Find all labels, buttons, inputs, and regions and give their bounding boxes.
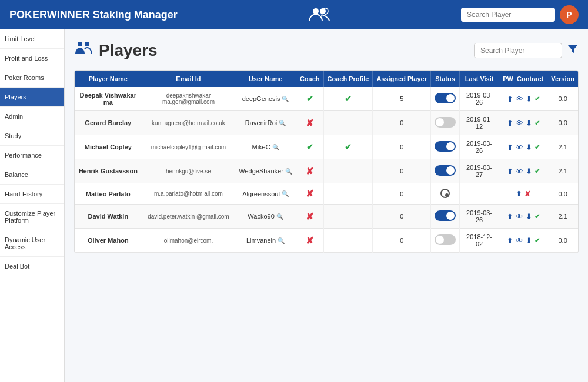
svg-point-0	[313, 8, 319, 14]
coach-cross-icon: ✘	[306, 166, 313, 176]
status-toggle[interactable]	[435, 93, 456, 103]
toggle-knob	[446, 166, 455, 175]
contract-cell: ⬆ 👁 ⬇ ✔	[499, 87, 547, 111]
email-cell: m.a.parlato@hotm ail.com	[142, 183, 235, 205]
username-label: Limvanein	[246, 237, 276, 244]
download-icon[interactable]: ⬇	[526, 167, 532, 176]
status-cell[interactable]	[431, 205, 460, 229]
assigned-cell: 5	[373, 87, 431, 111]
email-cell: kun_aguero@hotm ail.co.uk	[142, 111, 235, 135]
coach-profile-cell	[323, 111, 373, 135]
username-label: MikeC	[252, 143, 270, 150]
upload-icon[interactable]: ⬆	[507, 212, 513, 221]
sidebar-item-deal-bot[interactable]: Deal Bot	[0, 257, 64, 276]
status-toggle[interactable]	[435, 165, 456, 176]
sidebar-item-performance[interactable]: Performance	[0, 146, 64, 165]
version-cell: 2.1	[547, 159, 578, 183]
sidebar-item-poker-rooms[interactable]: Poker Rooms	[0, 68, 64, 88]
coach-profile-cell	[323, 183, 373, 205]
page-header-left: Players	[74, 39, 158, 62]
username-label: Wacko90	[248, 213, 274, 220]
col-assigned: Assigned Player	[373, 71, 431, 87]
status-toggle[interactable]	[435, 117, 456, 128]
table-row: Henrik Gustavssonhenrikgu@live.seWedgeSh…	[75, 159, 578, 183]
upload-icon[interactable]: ⬆	[516, 189, 522, 198]
email-cell: david.peter.watkin @gmail.com	[142, 205, 235, 229]
upload-icon[interactable]: ⬆	[507, 236, 513, 245]
last-visit-cell: 2019-01-12	[460, 111, 499, 135]
username-label: deepGenesis	[242, 95, 280, 102]
player-name-cell: Henrik Gustavsson	[75, 159, 142, 183]
player-name-cell: Oliver Mahon	[75, 229, 142, 253]
page-header-right	[474, 43, 579, 58]
topbar-right: P	[461, 5, 579, 24]
status-toggle[interactable]	[435, 234, 456, 245]
coach-cell: ✘	[296, 159, 323, 183]
status-cell[interactable]	[431, 229, 460, 253]
eye-icon[interactable]: 👁	[516, 212, 523, 221]
players-table: Player Name Email Id User Name Coach Coa…	[75, 71, 578, 253]
search-input-top[interactable]	[461, 8, 555, 22]
table-row: Matteo Parlatom.a.parlato@hotm ail.comAl…	[75, 183, 578, 205]
contract-cross-icon: ✘	[524, 190, 530, 198]
col-player-name: Player Name	[75, 71, 142, 87]
user-avatar[interactable]: P	[560, 5, 579, 24]
download-icon[interactable]: ⬇	[526, 212, 532, 221]
sidebar-item-players[interactable]: Players	[0, 88, 64, 107]
email-cell: michaelcopley1@g mail.com	[142, 135, 235, 159]
sidebar-item-study[interactable]: Study	[0, 126, 64, 146]
version-cell: 0.0	[547, 183, 578, 205]
status-cell[interactable]	[431, 183, 460, 205]
eye-icon[interactable]: 👁	[516, 119, 523, 128]
status-toggle[interactable]	[435, 141, 456, 152]
eye-icon[interactable]: 👁	[516, 167, 523, 176]
username-cell: RavenirRoi🔍	[235, 111, 296, 135]
username-search-icon[interactable]: 🔍	[285, 168, 292, 175]
coach-profile-cell	[323, 229, 373, 253]
col-pw-contract: PW_Contract	[499, 71, 547, 87]
download-icon[interactable]: ⬇	[526, 119, 532, 128]
status-cell[interactable]	[431, 87, 460, 111]
status-pending-icon[interactable]	[440, 189, 450, 198]
sidebar-item-limit-level[interactable]: Limit Level	[0, 29, 64, 49]
version-cell: 2.1	[547, 205, 578, 229]
upload-icon[interactable]: ⬆	[507, 167, 513, 176]
col-status: Status	[431, 71, 460, 87]
sidebar-item-balance[interactable]: Balance	[0, 165, 64, 185]
username-search-icon[interactable]: 🔍	[278, 237, 285, 244]
download-icon[interactable]: ⬇	[526, 236, 532, 245]
eye-icon[interactable]: 👁	[516, 236, 523, 245]
email-cell: henrikgu@live.se	[142, 159, 235, 183]
username-search-icon[interactable]: 🔍	[276, 213, 283, 220]
contract-cell: ⬆ 👁 ⬇ ✔	[499, 135, 547, 159]
filter-icon[interactable]	[567, 43, 579, 58]
status-cell[interactable]	[431, 159, 460, 183]
col-coach-profile: Coach Profile	[323, 71, 373, 87]
coach-check-icon: ✔	[306, 142, 313, 152]
username-search-icon[interactable]: 🔍	[282, 190, 289, 197]
download-icon[interactable]: ⬇	[526, 143, 532, 152]
download-icon[interactable]: ⬇	[526, 95, 532, 103]
eye-icon[interactable]: 👁	[516, 143, 523, 152]
upload-icon[interactable]: ⬆	[507, 143, 513, 152]
username-search-icon[interactable]: 🔍	[272, 144, 279, 150]
status-cell[interactable]	[431, 135, 460, 159]
sidebar-item-hand-history[interactable]: Hand-History	[0, 185, 64, 204]
search-input-main[interactable]	[474, 43, 562, 58]
sidebar-item-admin[interactable]: Admin	[0, 107, 64, 126]
eye-icon[interactable]: 👁	[516, 95, 523, 103]
upload-icon[interactable]: ⬆	[507, 119, 513, 128]
assigned-cell: 0	[373, 159, 431, 183]
coach-cell: ✔	[296, 135, 323, 159]
app-title: POKERWINNER Staking Manager	[9, 9, 178, 21]
sidebar-item-profit-loss[interactable]: Profit and Loss	[0, 49, 64, 68]
sidebar-item-customize[interactable]: Customize Player Platform	[0, 204, 64, 230]
upload-icon[interactable]: ⬆	[507, 95, 513, 103]
username-search-icon[interactable]: 🔍	[279, 120, 286, 126]
status-toggle[interactable]	[435, 210, 456, 221]
status-cell[interactable]	[431, 111, 460, 135]
coach-cross-icon: ✘	[306, 118, 313, 128]
coach-cross-icon: ✘	[306, 189, 313, 199]
sidebar-item-dynamic-access[interactable]: Dynamic User Access	[0, 230, 64, 257]
username-search-icon[interactable]: 🔍	[282, 96, 289, 102]
